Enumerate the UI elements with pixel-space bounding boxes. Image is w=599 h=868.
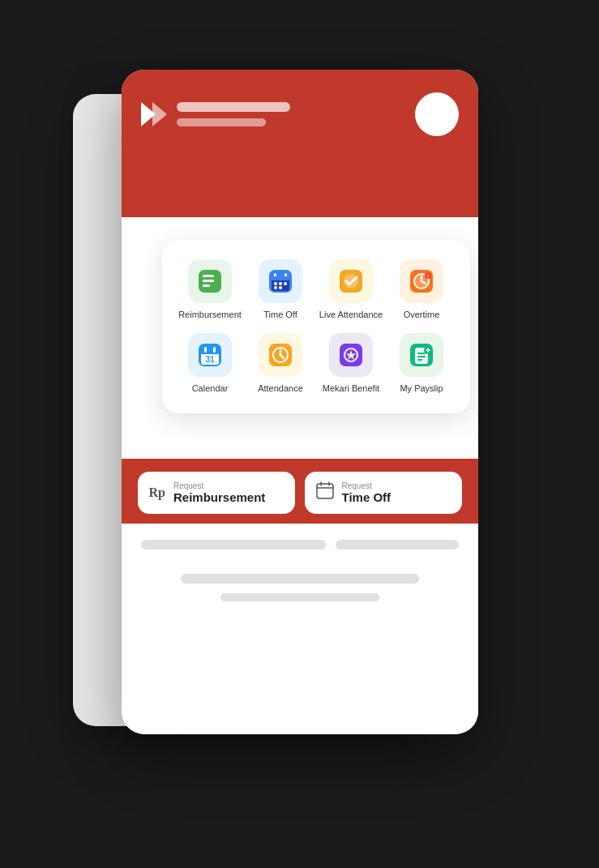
live-attendance-icon-box	[329, 259, 373, 303]
calendar-small-icon	[316, 481, 334, 503]
svg-rect-45	[417, 359, 422, 361]
calendar-icon-box: 31	[188, 333, 232, 377]
benefit-label: Mekari Benefit	[323, 383, 379, 394]
request-section: Rp Request Reimbursement Requ	[122, 459, 478, 533]
svg-rect-10	[272, 276, 289, 280]
skeleton-center-bar-2	[220, 593, 379, 601]
svg-rect-30	[213, 347, 216, 353]
request-timeoff-button[interactable]: Request Time Off	[305, 472, 462, 514]
avatar[interactable]	[415, 92, 459, 136]
app-logo	[141, 100, 170, 129]
svg-rect-43	[417, 353, 426, 354]
svg-rect-46	[317, 484, 333, 498]
request-reimbursement-label: Request	[173, 481, 265, 490]
icon-item-payslip[interactable]: My Payslip	[390, 333, 454, 394]
svg-rect-3	[203, 275, 214, 277]
reimbursement-label: Reimbursement	[178, 310, 242, 320]
svg-rect-44	[417, 356, 426, 357]
header-top	[141, 92, 459, 136]
header-name-bar	[177, 102, 290, 112]
svg-marker-1	[152, 102, 167, 126]
svg-point-11	[274, 282, 277, 285]
reimbursement-icon-box	[188, 259, 232, 303]
icon-item-live-attendance[interactable]: Live Attendance	[319, 259, 383, 320]
benefit-icon-box	[329, 333, 373, 377]
icon-item-attendance[interactable]: Attendance	[249, 333, 313, 394]
svg-text:!: !	[427, 274, 429, 279]
live-attendance-label: Live Attendance	[319, 310, 383, 320]
svg-text:31: 31	[205, 355, 215, 364]
overtime-label: Overtime	[404, 310, 440, 320]
svg-rect-29	[204, 347, 207, 353]
icon-item-timeoff[interactable]: Time Off	[249, 259, 313, 320]
icon-item-reimbursement[interactable]: Reimbursement	[178, 259, 242, 320]
payslip-icon-box	[400, 333, 443, 377]
phone-card: Reimbursement	[122, 70, 478, 734]
icons-card: Reimbursement	[162, 240, 470, 413]
svg-point-14	[274, 286, 277, 289]
attendance-icon-box	[259, 333, 302, 377]
rp-icon: Rp	[149, 485, 165, 500]
request-timeoff-value: Time Off	[342, 490, 391, 504]
svg-point-15	[279, 286, 282, 289]
svg-rect-5	[203, 284, 210, 287]
overtime-icon-box: !	[400, 259, 443, 303]
header-section	[122, 70, 478, 217]
skeleton-center	[141, 574, 459, 601]
scene: Reimbursement	[97, 70, 503, 799]
request-reimbursement-text: Request Reimbursement	[173, 481, 265, 504]
header-sub-bar	[177, 118, 266, 126]
svg-point-12	[279, 282, 282, 285]
calendar-label: Calendar	[192, 383, 229, 394]
svg-point-13	[284, 282, 287, 285]
icon-item-benefit[interactable]: Mekari Benefit	[319, 333, 383, 394]
icon-item-calendar[interactable]: 31 Calendar	[178, 333, 242, 394]
timeoff-label: Time Off	[263, 310, 297, 320]
request-reimbursement-value: Reimbursement	[173, 490, 265, 504]
icons-grid: Reimbursement	[178, 259, 454, 394]
request-reimbursement-button[interactable]: Rp Request Reimbursement	[138, 472, 295, 514]
header-text	[177, 102, 415, 126]
request-timeoff-text: Request Time Off	[342, 481, 391, 504]
skeleton-row-1	[141, 540, 459, 549]
request-timeoff-label: Request	[342, 481, 391, 490]
svg-rect-4	[203, 280, 214, 282]
payslip-label: My Payslip	[400, 383, 443, 394]
attendance-label: Attendance	[258, 383, 303, 394]
svg-rect-28	[201, 352, 219, 354]
bottom-section	[122, 524, 478, 734]
skeleton-bar-1	[141, 540, 326, 549]
timeoff-icon-box	[259, 259, 302, 303]
skeleton-center-bar-1	[181, 574, 419, 584]
icon-item-overtime[interactable]: ! Overtime	[390, 259, 454, 320]
skeleton-bar-2	[336, 540, 459, 549]
